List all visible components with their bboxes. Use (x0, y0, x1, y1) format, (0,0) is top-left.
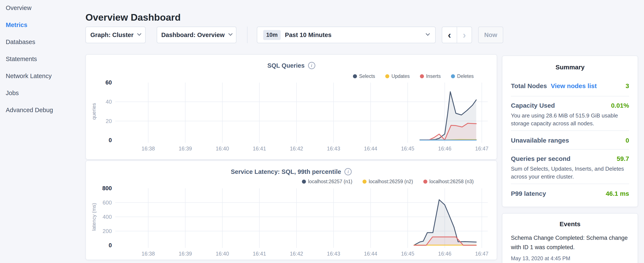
svg-text:16:45: 16:45 (401, 146, 414, 151)
service-latency-plot[interactable]: 16:3816:3916:4016:4116:4216:4316:4416:45… (86, 161, 497, 259)
time-prev-button[interactable]: ‹ (442, 27, 457, 43)
p99-latency-label: P99 latency (511, 190, 546, 197)
svg-text:600: 600 (103, 199, 112, 206)
svg-text:16:41: 16:41 (253, 146, 266, 151)
divider (511, 96, 629, 96)
chevron-left-icon: ‹ (448, 29, 451, 41)
svg-text:200: 200 (103, 228, 112, 234)
legend-label: Selects (359, 73, 375, 79)
svg-text:16:47: 16:47 (475, 146, 488, 151)
legend-item[interactable]: Selects (353, 73, 375, 79)
legend-dot-icon (420, 74, 424, 78)
info-icon[interactable]: i (308, 62, 315, 69)
svg-text:0: 0 (109, 137, 112, 143)
graph-scope-dropdown-label: Graph: Cluster (90, 32, 134, 39)
legend-item[interactable]: localhost:26258 (n3) (423, 179, 474, 184)
sidebar-item-databases[interactable]: Databases (6, 38, 53, 46)
total-nodes-label: Total NodesView nodes list (511, 82, 597, 90)
qps-value: 59.7 (617, 155, 629, 162)
chevron-right-icon: › (463, 29, 466, 41)
legend-label: localhost:26257 (n1) (308, 179, 352, 184)
svg-text:16:41: 16:41 (253, 251, 266, 256)
svg-text:latency (ms): latency (ms) (91, 203, 97, 231)
legend-dot-icon (302, 180, 306, 184)
view-nodes-list-link[interactable]: View nodes list (551, 82, 596, 89)
qps-description: Sum of Selects, Updates, Inserts, and De… (511, 165, 631, 181)
chevron-down-icon (137, 32, 142, 36)
legend-dot-icon (353, 74, 357, 78)
sidebar-item-network-latency[interactable]: Network Latency (6, 72, 53, 80)
info-icon[interactable]: i (344, 168, 352, 175)
chart-title: Service Latency: SQL, 99th percentile (231, 168, 341, 175)
chart-legend: SelectsUpdatesInsertsDeletes (353, 73, 474, 79)
sql-queries-svg: 16:3816:3916:4016:4116:4216:4316:4416:45… (86, 55, 497, 159)
svg-text:16:43: 16:43 (327, 251, 340, 256)
svg-text:queries: queries (91, 103, 97, 120)
divider (511, 184, 629, 184)
service-latency-chart-card: Service Latency: SQL, 99th percentile i … (86, 160, 497, 260)
svg-text:16:39: 16:39 (178, 146, 192, 151)
svg-text:20: 20 (106, 118, 112, 124)
sidebar-item-overview[interactable]: Overview (6, 4, 53, 12)
time-range-dropdown[interactable]: 10m Past 10 Minutes (257, 27, 436, 43)
svg-text:40: 40 (106, 99, 112, 105)
dashboard-dropdown-label: Dashboard: Overview (161, 32, 224, 39)
now-button[interactable]: Now (478, 27, 503, 43)
legend-label: localhost:26258 (n3) (430, 179, 474, 184)
time-next-button[interactable]: › (457, 27, 472, 43)
sidebar-item-advanced-debug[interactable]: Advanced Debug (6, 106, 53, 114)
svg-text:16:43: 16:43 (327, 146, 340, 151)
event-item[interactable]: Schema Change Completed: Schema change w… (511, 233, 632, 252)
legend-item[interactable]: Updates (385, 73, 410, 79)
legend-item[interactable]: localhost:26259 (n2) (362, 179, 413, 184)
chevron-down-icon (228, 32, 232, 36)
sidebar-item-jobs[interactable]: Jobs (6, 89, 53, 97)
legend-label: Updates (392, 73, 410, 79)
svg-text:16:46: 16:46 (438, 251, 451, 256)
legend-dot-icon (423, 180, 427, 184)
svg-text:16:42: 16:42 (290, 146, 303, 151)
legend-dot-icon (385, 74, 389, 78)
legend-label: localhost:26259 (n2) (369, 179, 413, 184)
capacity-used-label: Capacity Used (511, 102, 555, 109)
legend-label: Deletes (457, 73, 474, 79)
svg-text:16:46: 16:46 (438, 146, 451, 151)
chart-title: SQL Queries (267, 62, 304, 69)
svg-text:16:40: 16:40 (216, 146, 229, 151)
sql-queries-plot[interactable]: 16:3816:3916:4016:4116:4216:4316:4416:45… (86, 55, 497, 159)
legend-item[interactable]: Inserts (420, 73, 441, 79)
divider (511, 149, 629, 150)
svg-text:400: 400 (103, 214, 112, 220)
sql-queries-chart-card: SQL Queries i SelectsUpdatesInsertsDelet… (86, 54, 497, 160)
legend-item[interactable]: Deletes (451, 73, 474, 79)
divider (511, 130, 629, 131)
p99-latency-value: 46.1 ms (606, 190, 629, 197)
svg-text:60: 60 (106, 79, 112, 86)
sidebar-item-statements[interactable]: Statements (6, 55, 53, 63)
service-latency-sql-99th-percentile-svg: 16:3816:3916:4016:4116:4216:4316:4416:45… (86, 161, 497, 259)
controls-divider (247, 27, 248, 43)
graph-scope-dropdown[interactable]: Graph: Cluster (86, 27, 146, 43)
capacity-used-description: You are using 28.6 MiB of 515.9 GiB usab… (511, 112, 631, 127)
svg-text:16:38: 16:38 (142, 251, 155, 256)
unavailable-ranges-value: 0 (626, 137, 629, 144)
svg-text:16:42: 16:42 (290, 251, 303, 256)
events-title: Events (502, 220, 638, 228)
total-nodes-text: Total Nodes (511, 82, 547, 89)
legend-label: Inserts (426, 73, 441, 79)
total-nodes-value: 3 (626, 82, 629, 90)
time-range-label: Past 10 Minutes (285, 32, 332, 39)
sidebar-item-metrics[interactable]: Metrics (6, 21, 53, 29)
svg-text:800: 800 (102, 185, 112, 191)
svg-text:16:39: 16:39 (178, 251, 192, 256)
sidebar: Overview Metrics Databases Statements Ne… (6, 4, 53, 114)
svg-text:16:44: 16:44 (364, 146, 378, 151)
legend-dot-icon (451, 74, 455, 78)
legend-item[interactable]: localhost:26257 (n1) (302, 179, 352, 184)
dashboard-dropdown[interactable]: Dashboard: Overview (157, 27, 236, 43)
svg-text:0: 0 (109, 242, 112, 248)
svg-text:16:38: 16:38 (142, 146, 155, 151)
event-timestamp: May 13, 2020 at 4:45 PM (511, 255, 570, 261)
svg-text:16:47: 16:47 (475, 251, 488, 256)
page-title: Overview Dashboard (86, 12, 181, 23)
